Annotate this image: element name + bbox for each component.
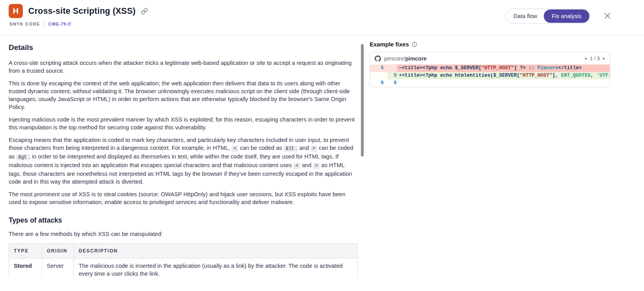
inline-code: <	[293, 163, 300, 169]
source-label: SNYK CODE	[9, 22, 40, 26]
close-button[interactable]	[602, 11, 613, 21]
page-title: Cross-site Scripting (XSS)	[28, 6, 136, 16]
code-diff: 5−<title><?php echo $_SERVER["HTTP_HOST"…	[370, 64, 610, 87]
column-header-type: TYPE	[9, 244, 42, 258]
diff-code: <title><?php echo htmlentities($_SERVER[…	[402, 72, 610, 79]
cwe-link-label: CWE-79	[48, 22, 66, 26]
column-header-description: DESCRIPTION	[74, 244, 358, 258]
diff-code	[402, 79, 610, 87]
details-section: Details A cross-site scripting attack oc…	[9, 41, 358, 278]
types-intro: There are a few methods by which XSS can…	[9, 230, 358, 238]
repo-org: pimcore/	[384, 55, 405, 62]
breadcrumb: SNYK CODE CWE-79	[9, 21, 71, 27]
example-fix-card: pimcore/pimcore ◂ 1 / 3 ▸ 5−<title><?php…	[370, 52, 610, 87]
severity-badge-high: H	[9, 4, 23, 18]
inline-code: &lt	[283, 146, 296, 152]
diff-line-context: 66	[370, 79, 610, 87]
column-header-origin: ORIGIN	[42, 244, 74, 258]
scrollbar-thumb[interactable]	[361, 44, 364, 157]
close-icon	[603, 11, 612, 20]
diff-line-removed: 5−<title><?php echo $_SERVER["HTTP_HOST"…	[370, 64, 610, 72]
next-fix-button[interactable]: ▸	[603, 56, 605, 61]
cell-type: Stored	[9, 258, 42, 278]
details-paragraph: The most prominent use of XSS is to stea…	[9, 190, 358, 206]
fix-page-indicator: 1 / 3	[590, 55, 600, 61]
repo-label[interactable]: pimcore/pimcore	[384, 55, 427, 62]
inline-code: >	[313, 163, 320, 169]
repo-name: pimcore	[405, 55, 427, 62]
github-icon	[375, 55, 381, 62]
example-fixes-heading: Example fixes	[370, 41, 409, 48]
inline-code: &gt	[16, 154, 29, 160]
details-heading: Details	[9, 43, 358, 52]
cell-description: The malicious code is inserted in the ap…	[74, 258, 358, 278]
attack-types-table: TYPE ORIGIN DESCRIPTION StoredServerThe …	[9, 243, 358, 278]
panel-header: H Cross-site Scripting (XSS) SNYK CODE C…	[0, 0, 644, 35]
diff-code: <title><?php echo $_SERVER["HTTP_HOST"] …	[402, 64, 610, 72]
fix-analysis-tab[interactable]: Fix analysis	[544, 9, 589, 23]
details-escaping-paragraph: Escaping means that the application is c…	[9, 136, 358, 186]
cell-origin: Server	[42, 258, 74, 278]
inline-code: >	[311, 146, 317, 152]
external-link-icon	[67, 22, 71, 26]
table-row: StoredServerThe malicious code is insert…	[9, 258, 358, 278]
cwe-link[interactable]: CWE-79	[48, 22, 71, 26]
info-icon[interactable]	[412, 42, 417, 47]
view-toggle: Data flow Fix analysis	[505, 9, 590, 24]
fix-card-header: pimcore/pimcore ◂ 1 / 3 ▸	[370, 52, 610, 64]
fix-pagination: ◂ 1 / 3 ▸	[585, 55, 605, 61]
data-flow-tab[interactable]: Data flow	[506, 10, 544, 22]
copy-link-icon[interactable]	[141, 8, 148, 15]
diff-line-added: 5+<title><?php echo htmlentities($_SERVE…	[370, 72, 610, 79]
details-paragraph: A cross-site scripting attack occurs whe…	[9, 59, 358, 75]
details-paragraph: This is done by escaping the context of …	[9, 79, 358, 111]
inline-code: <	[232, 146, 238, 152]
previous-fix-button[interactable]: ◂	[585, 56, 587, 61]
details-paragraph: Injecting malicious code is the most pre…	[9, 116, 358, 131]
meta-divider	[44, 21, 44, 27]
vulnerability-detail-panel: H Cross-site Scripting (XSS) SNYK CODE C…	[0, 0, 644, 291]
types-of-attacks-heading: Types of attacks	[9, 216, 358, 225]
title-row: H Cross-site Scripting (XSS)	[9, 4, 148, 18]
table-header-row: TYPE ORIGIN DESCRIPTION	[9, 244, 358, 258]
example-fixes-section: Example fixes pimcore/pimcore ◂	[370, 41, 610, 87]
